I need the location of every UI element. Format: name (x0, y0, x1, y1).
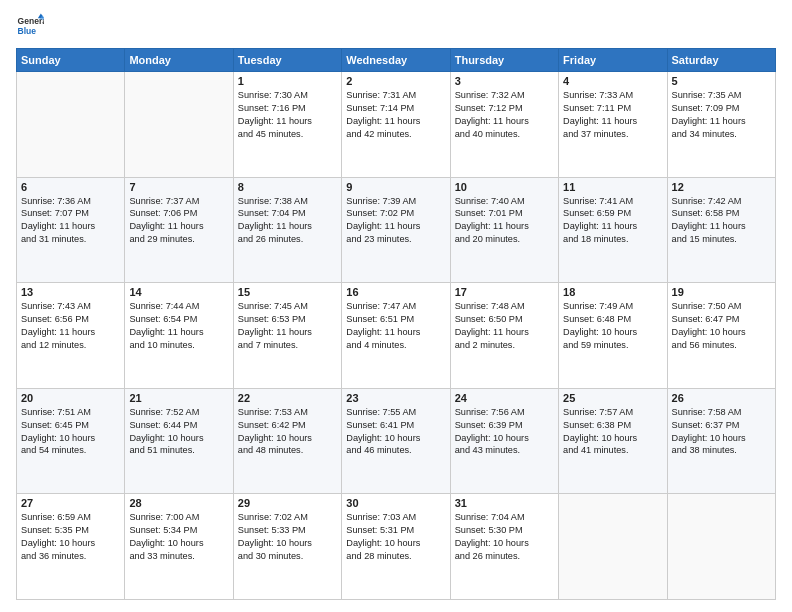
weekday-header-monday: Monday (125, 49, 233, 72)
cell-info: Sunrise: 7:33 AMSunset: 7:11 PMDaylight:… (563, 89, 662, 141)
day-number: 9 (346, 181, 445, 193)
day-number: 26 (672, 392, 771, 404)
day-number: 22 (238, 392, 337, 404)
cell-info: Sunrise: 7:43 AMSunset: 6:56 PMDaylight:… (21, 300, 120, 352)
calendar-cell: 2Sunrise: 7:31 AMSunset: 7:14 PMDaylight… (342, 72, 450, 178)
cell-info: Sunrise: 7:51 AMSunset: 6:45 PMDaylight:… (21, 406, 120, 458)
cell-info: Sunrise: 7:32 AMSunset: 7:12 PMDaylight:… (455, 89, 554, 141)
cell-info: Sunrise: 7:56 AMSunset: 6:39 PMDaylight:… (455, 406, 554, 458)
cell-info: Sunrise: 7:39 AMSunset: 7:02 PMDaylight:… (346, 195, 445, 247)
calendar-cell: 17Sunrise: 7:48 AMSunset: 6:50 PMDayligh… (450, 283, 558, 389)
day-number: 2 (346, 75, 445, 87)
day-number: 4 (563, 75, 662, 87)
day-number: 21 (129, 392, 228, 404)
cell-info: Sunrise: 6:59 AMSunset: 5:35 PMDaylight:… (21, 511, 120, 563)
calendar-cell: 10Sunrise: 7:40 AMSunset: 7:01 PMDayligh… (450, 177, 558, 283)
calendar-row-3: 20Sunrise: 7:51 AMSunset: 6:45 PMDayligh… (17, 388, 776, 494)
day-number: 1 (238, 75, 337, 87)
day-number: 27 (21, 497, 120, 509)
day-number: 8 (238, 181, 337, 193)
calendar-cell: 11Sunrise: 7:41 AMSunset: 6:59 PMDayligh… (559, 177, 667, 283)
day-number: 5 (672, 75, 771, 87)
calendar-cell: 27Sunrise: 6:59 AMSunset: 5:35 PMDayligh… (17, 494, 125, 600)
cell-info: Sunrise: 7:45 AMSunset: 6:53 PMDaylight:… (238, 300, 337, 352)
weekday-header-row: SundayMondayTuesdayWednesdayThursdayFrid… (17, 49, 776, 72)
day-number: 15 (238, 286, 337, 298)
calendar-cell: 7Sunrise: 7:37 AMSunset: 7:06 PMDaylight… (125, 177, 233, 283)
day-number: 7 (129, 181, 228, 193)
cell-info: Sunrise: 7:37 AMSunset: 7:06 PMDaylight:… (129, 195, 228, 247)
weekday-header-thursday: Thursday (450, 49, 558, 72)
calendar-cell: 3Sunrise: 7:32 AMSunset: 7:12 PMDaylight… (450, 72, 558, 178)
weekday-header-sunday: Sunday (17, 49, 125, 72)
day-number: 19 (672, 286, 771, 298)
day-number: 17 (455, 286, 554, 298)
calendar-row-2: 13Sunrise: 7:43 AMSunset: 6:56 PMDayligh… (17, 283, 776, 389)
day-number: 29 (238, 497, 337, 509)
day-number: 6 (21, 181, 120, 193)
day-number: 28 (129, 497, 228, 509)
calendar-cell: 19Sunrise: 7:50 AMSunset: 6:47 PMDayligh… (667, 283, 775, 389)
cell-info: Sunrise: 7:50 AMSunset: 6:47 PMDaylight:… (672, 300, 771, 352)
calendar-cell: 29Sunrise: 7:02 AMSunset: 5:33 PMDayligh… (233, 494, 341, 600)
cell-info: Sunrise: 7:57 AMSunset: 6:38 PMDaylight:… (563, 406, 662, 458)
calendar-cell: 23Sunrise: 7:55 AMSunset: 6:41 PMDayligh… (342, 388, 450, 494)
cell-info: Sunrise: 7:48 AMSunset: 6:50 PMDaylight:… (455, 300, 554, 352)
day-number: 16 (346, 286, 445, 298)
cell-info: Sunrise: 7:04 AMSunset: 5:30 PMDaylight:… (455, 511, 554, 563)
calendar-row-4: 27Sunrise: 6:59 AMSunset: 5:35 PMDayligh… (17, 494, 776, 600)
day-number: 18 (563, 286, 662, 298)
weekday-header-saturday: Saturday (667, 49, 775, 72)
cell-info: Sunrise: 7:36 AMSunset: 7:07 PMDaylight:… (21, 195, 120, 247)
calendar-cell: 20Sunrise: 7:51 AMSunset: 6:45 PMDayligh… (17, 388, 125, 494)
page: General Blue SundayMondayTuesdayWednesda… (0, 0, 792, 612)
calendar-cell (667, 494, 775, 600)
cell-info: Sunrise: 7:30 AMSunset: 7:16 PMDaylight:… (238, 89, 337, 141)
calendar-cell (17, 72, 125, 178)
calendar-cell: 1Sunrise: 7:30 AMSunset: 7:16 PMDaylight… (233, 72, 341, 178)
weekday-header-friday: Friday (559, 49, 667, 72)
cell-info: Sunrise: 7:38 AMSunset: 7:04 PMDaylight:… (238, 195, 337, 247)
day-number: 12 (672, 181, 771, 193)
svg-text:Blue: Blue (18, 26, 37, 36)
day-number: 23 (346, 392, 445, 404)
calendar-cell: 14Sunrise: 7:44 AMSunset: 6:54 PMDayligh… (125, 283, 233, 389)
calendar-cell: 8Sunrise: 7:38 AMSunset: 7:04 PMDaylight… (233, 177, 341, 283)
cell-info: Sunrise: 7:53 AMSunset: 6:42 PMDaylight:… (238, 406, 337, 458)
day-number: 13 (21, 286, 120, 298)
calendar-cell: 21Sunrise: 7:52 AMSunset: 6:44 PMDayligh… (125, 388, 233, 494)
logo: General Blue (16, 12, 44, 40)
day-number: 14 (129, 286, 228, 298)
day-number: 31 (455, 497, 554, 509)
calendar-table: SundayMondayTuesdayWednesdayThursdayFrid… (16, 48, 776, 600)
calendar-cell: 30Sunrise: 7:03 AMSunset: 5:31 PMDayligh… (342, 494, 450, 600)
cell-info: Sunrise: 7:42 AMSunset: 6:58 PMDaylight:… (672, 195, 771, 247)
calendar-cell: 13Sunrise: 7:43 AMSunset: 6:56 PMDayligh… (17, 283, 125, 389)
calendar-cell (559, 494, 667, 600)
header: General Blue (16, 12, 776, 40)
calendar-cell: 28Sunrise: 7:00 AMSunset: 5:34 PMDayligh… (125, 494, 233, 600)
day-number: 25 (563, 392, 662, 404)
calendar-cell: 18Sunrise: 7:49 AMSunset: 6:48 PMDayligh… (559, 283, 667, 389)
cell-info: Sunrise: 7:35 AMSunset: 7:09 PMDaylight:… (672, 89, 771, 141)
day-number: 30 (346, 497, 445, 509)
weekday-header-wednesday: Wednesday (342, 49, 450, 72)
calendar-cell: 9Sunrise: 7:39 AMSunset: 7:02 PMDaylight… (342, 177, 450, 283)
calendar-cell: 12Sunrise: 7:42 AMSunset: 6:58 PMDayligh… (667, 177, 775, 283)
cell-info: Sunrise: 7:40 AMSunset: 7:01 PMDaylight:… (455, 195, 554, 247)
day-number: 3 (455, 75, 554, 87)
cell-info: Sunrise: 7:31 AMSunset: 7:14 PMDaylight:… (346, 89, 445, 141)
calendar-cell: 4Sunrise: 7:33 AMSunset: 7:11 PMDaylight… (559, 72, 667, 178)
calendar-cell: 16Sunrise: 7:47 AMSunset: 6:51 PMDayligh… (342, 283, 450, 389)
calendar-cell: 6Sunrise: 7:36 AMSunset: 7:07 PMDaylight… (17, 177, 125, 283)
weekday-header-tuesday: Tuesday (233, 49, 341, 72)
calendar-cell: 25Sunrise: 7:57 AMSunset: 6:38 PMDayligh… (559, 388, 667, 494)
calendar-row-0: 1Sunrise: 7:30 AMSunset: 7:16 PMDaylight… (17, 72, 776, 178)
calendar-row-1: 6Sunrise: 7:36 AMSunset: 7:07 PMDaylight… (17, 177, 776, 283)
cell-info: Sunrise: 7:47 AMSunset: 6:51 PMDaylight:… (346, 300, 445, 352)
cell-info: Sunrise: 7:41 AMSunset: 6:59 PMDaylight:… (563, 195, 662, 247)
day-number: 24 (455, 392, 554, 404)
cell-info: Sunrise: 7:44 AMSunset: 6:54 PMDaylight:… (129, 300, 228, 352)
day-number: 10 (455, 181, 554, 193)
cell-info: Sunrise: 7:55 AMSunset: 6:41 PMDaylight:… (346, 406, 445, 458)
